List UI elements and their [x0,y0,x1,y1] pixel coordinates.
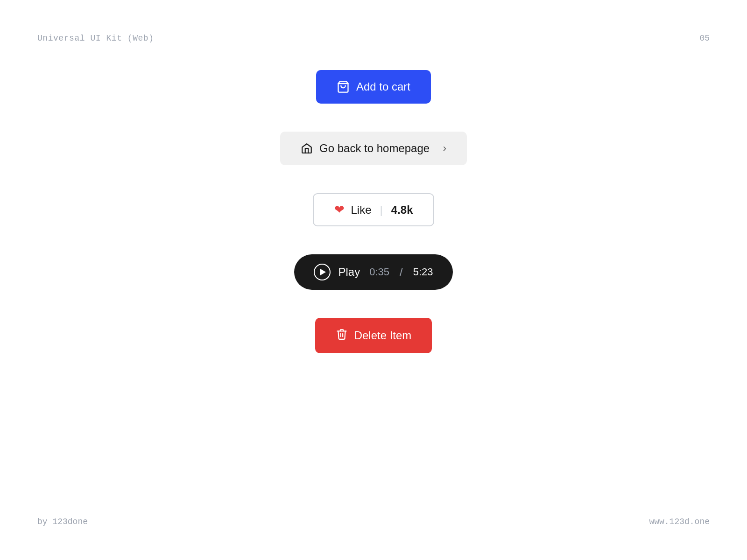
add-to-cart-label: Add to cart [356,80,410,93]
like-count: 4.8k [391,203,413,217]
play-separator: / [400,266,403,279]
header-page-number: 05 [699,34,710,43]
like-label: Like [351,203,372,217]
trash-icon [336,328,348,343]
play-icon [314,264,331,280]
footer-author: by 123done [37,517,88,526]
delete-label: Delete Item [354,329,412,342]
like-button[interactable]: ❤ Like | 4.8k [313,193,435,226]
play-total-time: 5:23 [413,266,433,278]
play-current-time: 0:35 [369,266,389,278]
go-back-label: Go back to homepage [319,142,430,155]
delete-button[interactable]: Delete Item [315,318,432,353]
chevron-right-icon: › [443,142,446,154]
header-title: Universal UI Kit (Web) [37,34,154,43]
play-button[interactable]: Play 0:35 / 5:23 [294,254,453,290]
like-divider: | [380,203,383,217]
add-to-cart-button[interactable]: Add to cart [316,70,431,104]
play-label: Play [338,266,360,279]
heart-icon: ❤ [334,203,345,217]
footer-website: www.123d.one [649,517,710,526]
go-back-button[interactable]: Go back to homepage › [280,132,467,165]
cart-icon [337,80,350,93]
home-icon [301,142,313,154]
